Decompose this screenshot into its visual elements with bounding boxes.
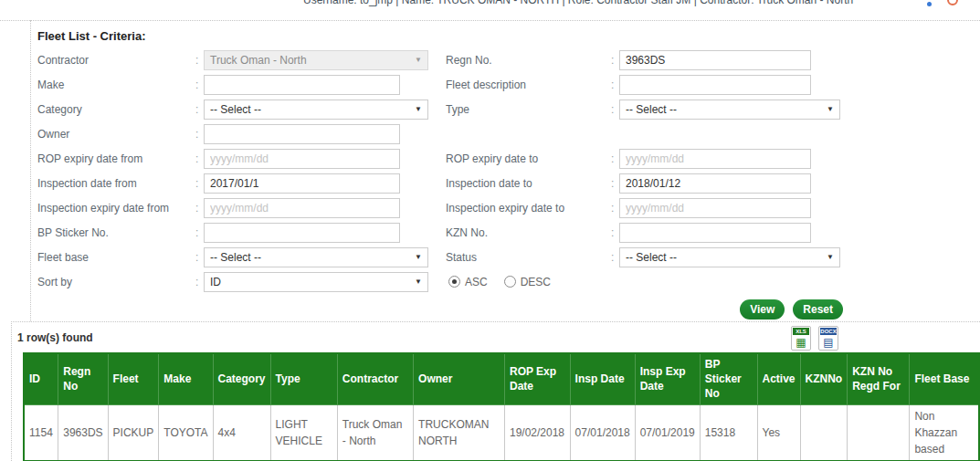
radio-label-desc: DESC [521, 276, 551, 288]
radio-desc-icon[interactable] [504, 276, 516, 288]
export-docx-icon[interactable]: DOCX [818, 326, 838, 351]
status-label: Status [446, 251, 611, 264]
form-field: Owner: [37, 121, 446, 146]
colon: : [611, 103, 619, 116]
form-row: Sort by:ID▼ASCDESC [37, 269, 980, 294]
contractor-select[interactable]: Truck Oman - North▼ [204, 50, 428, 70]
inspection-expiry-date-to-input[interactable] [619, 198, 811, 218]
type-select-value: -- Select -- [626, 103, 677, 116]
colon: : [611, 177, 619, 190]
form-field: ASCDESC [446, 269, 980, 294]
col-header-active: Active [757, 353, 800, 404]
colon: : [195, 177, 204, 190]
form-field: Fleet description: [446, 72, 980, 97]
col-header-contractor: Contractor [337, 353, 413, 404]
topbar: Username: to_jmp | Name: TRUCK OMAN - NO… [0, 0, 980, 20]
make-label: Make [37, 79, 195, 91]
form-field: ROP expiry date from: [37, 146, 446, 171]
form-field: BP Sticker No.: [37, 220, 446, 245]
export-buttons: XLS DOCX [791, 326, 838, 351]
rop-expiry-date-to-input[interactable] [619, 149, 811, 169]
fleet-description-label: Fleet description [446, 79, 611, 91]
category-select[interactable]: -- Select --▼ [204, 100, 428, 120]
status-select[interactable]: -- Select --▼ [619, 247, 840, 267]
inspection-date-from-input[interactable] [204, 173, 400, 194]
cell-insp-date: 07/01/2018 [570, 404, 635, 461]
form-row: Fleet base:-- Select --▼Status:-- Select… [37, 245, 980, 269]
cell-insp-exp-date: 07/01/2019 [635, 404, 700, 461]
panel-title: Fleet List - Criteria: [37, 29, 980, 44]
sort-by-select-value: ID [210, 276, 221, 288]
form-field: Fleet base:-- Select --▼ [37, 245, 446, 269]
col-header-kznno: KZNNo [800, 353, 848, 404]
export-xls-icon[interactable]: XLS [791, 326, 811, 351]
radio-option-asc[interactable]: ASC [448, 276, 488, 288]
sort-direction-radio-group: ASCDESC [448, 276, 551, 288]
colon: : [195, 54, 204, 67]
fleet-list-page: Username: to_jmp | Name: TRUCK OMAN - NO… [0, 0, 980, 461]
chevron-down-icon: ▼ [415, 278, 422, 286]
chevron-down-icon: ▼ [827, 253, 834, 261]
form-field: Inspection date to: [446, 171, 980, 195]
colon: : [195, 251, 204, 264]
form-row: Category:-- Select --▼Type:-- Select --▼ [37, 97, 980, 121]
type-select[interactable]: -- Select --▼ [619, 100, 840, 120]
form-field: Category:-- Select --▼ [37, 97, 446, 121]
view-button[interactable]: View [740, 299, 785, 320]
fleet-table: IDRegn NoFleetMakeCategoryTypeContractor… [23, 352, 980, 461]
regn-no-input[interactable] [619, 50, 811, 70]
col-header-make: Make [159, 353, 213, 404]
fleet-base-select-value: -- Select -- [210, 251, 261, 264]
inspection-expiry-date-from-input[interactable] [204, 198, 400, 218]
sort-by-select[interactable]: ID▼ [204, 272, 428, 292]
kzn-no-input[interactable] [619, 223, 811, 243]
colon: : [611, 202, 619, 215]
col-header-fleet-base: Fleet Base [910, 353, 979, 404]
form-field: Inspection expiry date from: [37, 195, 446, 220]
cell-regn-no: 3963DS [58, 404, 108, 461]
cell-rop-exp-date: 19/02/2018 [504, 404, 570, 461]
cell-make: TOYOTA [159, 404, 213, 461]
col-header-insp-date: Insp Date [570, 353, 635, 404]
radio-asc-icon[interactable] [448, 276, 460, 288]
form-row: BP Sticker No.:KZN No.: [37, 220, 980, 245]
sort-by-label: Sort by [37, 276, 195, 288]
radio-label-asc: ASC [465, 276, 488, 288]
form-row: Contractor:Truck Oman - North▼Regn No.: [37, 47, 980, 72]
rop-expiry-date-from-label: ROP expiry date from [37, 152, 195, 165]
logout-icon[interactable] [947, 0, 958, 5]
owner-label: Owner [37, 128, 195, 141]
fleet-description-input[interactable] [619, 75, 811, 95]
form-field: Make: [37, 72, 446, 97]
form-row: Inspection expiry date from:Inspection e… [37, 195, 980, 220]
reset-button[interactable]: Reset [793, 299, 843, 320]
inspection-date-to-label: Inspection date to [446, 177, 611, 190]
kzn-no-label: KZN No. [446, 226, 611, 239]
cell-fleet: PICKUP [108, 404, 159, 461]
cell-category: 4x4 [213, 404, 270, 461]
rop-expiry-date-from-input[interactable] [204, 149, 400, 169]
table-header-row: IDRegn NoFleetMakeCategoryTypeContractor… [24, 353, 979, 404]
inspection-expiry-date-to-label: Inspection expiry date to [446, 202, 611, 215]
colon: : [611, 251, 619, 264]
colon: : [611, 152, 619, 165]
inspection-date-to-input[interactable] [619, 173, 811, 194]
fleet-base-select[interactable]: -- Select --▼ [204, 247, 428, 267]
form-row: Make:Fleet description: [37, 72, 980, 97]
colon: : [611, 54, 619, 67]
chevron-down-icon: ▼ [415, 56, 422, 64]
make-input[interactable] [204, 75, 400, 95]
contractor-select-value: Truck Oman - North [210, 54, 307, 67]
help-icon[interactable] [927, 2, 932, 6]
form-field: Inspection date from: [37, 171, 446, 195]
cell-type: LIGHT VEHICLE [270, 404, 337, 461]
contractor-label: Contractor [37, 54, 195, 67]
radio-option-desc[interactable]: DESC [504, 276, 551, 288]
form-field: KZN No.: [446, 220, 980, 245]
owner-input[interactable] [204, 124, 400, 144]
form-row: ROP expiry date from:ROP expiry date to: [37, 146, 980, 171]
cell-bp-sticker-no: 15318 [700, 404, 757, 461]
bp-sticker-no-input[interactable] [204, 223, 400, 243]
cell-fleet-base: Non Khazzan based [910, 404, 979, 461]
table-row: 11543963DSPICKUPTOYOTA4x4LIGHT VEHICLETr… [24, 404, 979, 461]
